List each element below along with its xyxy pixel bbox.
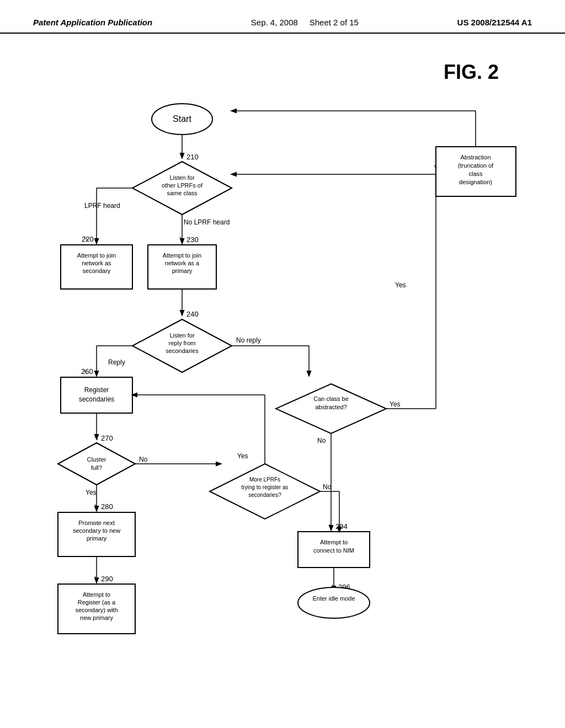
svg-text:same class: same class	[167, 190, 198, 196]
svg-text:new primary: new primary	[80, 614, 113, 621]
diagram: Start 210 Listen for other LPRFs of same…	[0, 34, 565, 706]
svg-text:network as a: network as a	[165, 260, 200, 266]
svg-rect-13	[61, 245, 132, 289]
svg-text:LPRF heard: LPRF heard	[84, 202, 120, 210]
svg-text:class: class	[468, 170, 483, 177]
svg-rect-45	[58, 512, 135, 556]
sheet-label: Sheet 2 of 15	[310, 18, 359, 27]
svg-text:No LPRF heard: No LPRF heard	[184, 218, 230, 226]
svg-text:(truncation of: (truncation of	[458, 162, 494, 169]
svg-text:primary: primary	[172, 267, 193, 274]
header: Patent Application Publication Sep. 4, 2…	[0, 0, 565, 34]
svg-text:Listen for: Listen for	[169, 332, 195, 339]
svg-text:primary: primary	[87, 535, 107, 542]
svg-text:secondaries: secondaries	[166, 347, 199, 354]
patent-publication-label: Patent Application Publication	[33, 18, 152, 27]
header-center: Sep. 4, 2008 Sheet 2 of 15	[251, 18, 359, 27]
svg-text:Register: Register	[84, 386, 109, 394]
svg-text:230: 230	[186, 235, 199, 244]
svg-text:Register (as a: Register (as a	[78, 599, 116, 606]
svg-marker-86	[210, 464, 320, 519]
header-left: Patent Application Publication	[33, 18, 152, 27]
svg-text:secondaries?: secondaries?	[248, 492, 281, 498]
svg-text:full?: full?	[91, 464, 102, 471]
svg-text:reply from: reply from	[169, 340, 196, 346]
svg-text:secondary to new: secondary to new	[73, 527, 120, 534]
svg-text:designation): designation)	[459, 179, 492, 185]
svg-text:Attempt to: Attempt to	[83, 591, 110, 598]
svg-text:More LPRFs: More LPRFs	[249, 477, 280, 483]
svg-text:280: 280	[101, 502, 113, 511]
date-label: Sep. 4, 2008	[251, 18, 298, 27]
svg-text:Yes: Yes	[86, 489, 97, 496]
svg-text:294: 294	[335, 522, 348, 531]
svg-text:Attempt to join: Attempt to join	[77, 252, 116, 259]
svg-text:Can class be: Can class be	[313, 395, 349, 402]
svg-text:Promote next: Promote next	[78, 520, 114, 526]
svg-text:connect to NIM: connect to NIM	[313, 547, 354, 554]
svg-text:secondaries: secondaries	[79, 395, 115, 403]
svg-text:260: 260	[81, 367, 93, 376]
svg-text:Enter idle mode: Enter idle mode	[312, 595, 355, 602]
svg-text:Listen for: Listen for	[169, 174, 195, 181]
svg-text:other LPRFs of: other LPRFs of	[162, 182, 203, 189]
header-right: US 2008/212544 A1	[457, 18, 532, 27]
svg-text:Attempt to: Attempt to	[320, 539, 348, 545]
svg-text:Start: Start	[173, 114, 191, 124]
svg-text:Reply: Reply	[108, 358, 125, 366]
svg-text:abstracted?: abstracted?	[315, 404, 347, 410]
svg-text:240: 240	[186, 310, 199, 318]
svg-text:Yes: Yes	[395, 281, 406, 289]
svg-text:secondary) with: secondary) with	[75, 607, 118, 613]
flowchart-svg: Start 210 Listen for other LPRFs of same…	[0, 34, 565, 706]
svg-text:network as: network as	[82, 260, 111, 266]
svg-rect-19	[148, 245, 216, 289]
svg-text:No: No	[317, 437, 326, 445]
svg-text:Attempt to join: Attempt to join	[163, 252, 201, 259]
svg-text:220: 220	[82, 235, 94, 243]
svg-text:Cluster: Cluster	[87, 456, 106, 463]
svg-text:Yes: Yes	[390, 400, 401, 408]
svg-text:No: No	[323, 483, 332, 491]
svg-text:Yes: Yes	[237, 452, 248, 460]
svg-text:270: 270	[101, 434, 113, 442]
svg-marker-38	[58, 443, 135, 485]
svg-text:210: 210	[186, 153, 199, 161]
svg-text:Abstraction: Abstraction	[460, 154, 491, 160]
svg-text:290: 290	[101, 575, 113, 583]
patent-number-label: US 2008/212544 A1	[457, 18, 532, 27]
page: Patent Application Publication Sep. 4, 2…	[0, 0, 565, 728]
svg-text:secondary: secondary	[83, 267, 111, 274]
svg-text:trying to register as: trying to register as	[241, 484, 288, 490]
svg-text:No: No	[139, 456, 148, 463]
svg-point-83	[298, 587, 370, 618]
svg-text:No reply: No reply	[236, 336, 261, 344]
